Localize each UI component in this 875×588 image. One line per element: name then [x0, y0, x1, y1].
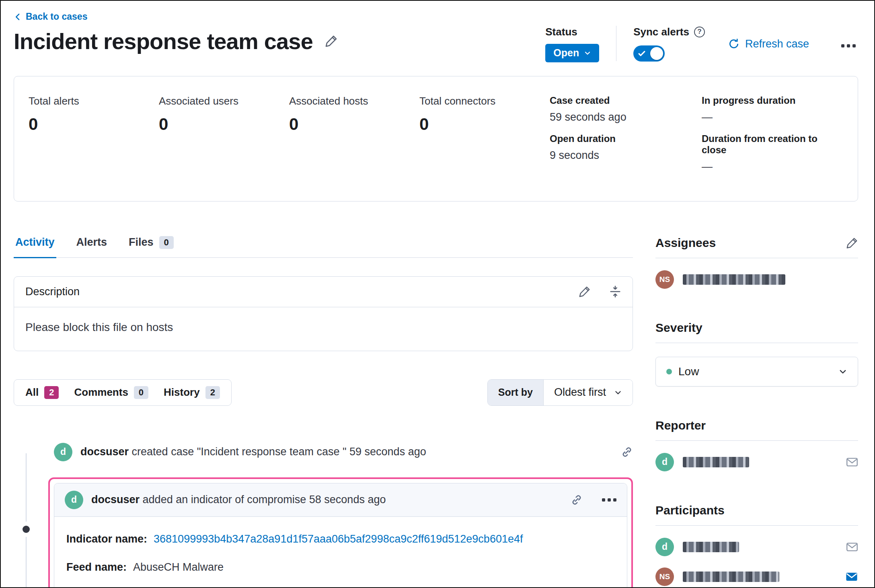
- tab-files[interactable]: Files 0: [127, 236, 175, 258]
- event-case-created: d docsuser created case "Incident respon…: [14, 437, 633, 467]
- sync-alerts-toggle[interactable]: [633, 45, 665, 62]
- filter-all[interactable]: All 2: [25, 386, 59, 399]
- close-duration-label: Duration from creation to close: [702, 133, 843, 156]
- sync-group: Sync alerts ?: [633, 26, 705, 62]
- page-title: Incident response team case: [14, 28, 313, 54]
- case-created-value: 59 seconds ago: [550, 111, 702, 123]
- collapse-description-button[interactable]: [609, 286, 621, 298]
- avatar: d: [655, 453, 674, 471]
- toggle-knob: [650, 47, 663, 60]
- tab-activity[interactable]: Activity: [14, 236, 56, 258]
- participants-title: Participants: [655, 504, 725, 517]
- indicator-details: Indicator name: 3681099993b4b347a28a91d1…: [54, 517, 627, 588]
- copy-link-button[interactable]: [571, 494, 583, 506]
- stat-associated-hosts: Associated hosts 0: [289, 95, 419, 183]
- link-icon: [621, 446, 633, 458]
- close-duration-value: —: [702, 160, 843, 173]
- edit-assignees-button[interactable]: [846, 237, 858, 249]
- description-header: Description: [14, 277, 633, 307]
- indicator-comment-panel: d docsuser added an indicator of comprom…: [54, 483, 627, 588]
- main-area: Activity Alerts Files 0 Description: [14, 236, 858, 588]
- title-wrap: Incident response team case: [14, 28, 338, 54]
- back-to-cases-link[interactable]: Back to cases: [14, 11, 87, 22]
- filter-comments[interactable]: Comments 0: [74, 386, 148, 399]
- tab-alerts[interactable]: Alerts: [75, 236, 109, 258]
- pencil-icon: [579, 286, 591, 298]
- severity-low-dot-icon: [666, 369, 672, 374]
- progress-duration-column: In progress duration — Duration from cre…: [702, 95, 843, 183]
- copy-link-button[interactable]: [621, 446, 633, 458]
- comment-actions: [571, 494, 616, 506]
- case-sidebar: Assignees NS Severity: [655, 236, 858, 588]
- envelope-icon: [846, 456, 858, 468]
- sort-order-value: Oldest first: [554, 386, 606, 399]
- activity-column: Activity Alerts Files 0 Description: [14, 236, 633, 588]
- description-actions: [579, 286, 621, 298]
- severity-select[interactable]: Low: [655, 357, 858, 387]
- case-actions-button[interactable]: [839, 40, 858, 51]
- field-label: Feed name:: [66, 560, 127, 574]
- email-participant-button[interactable]: [846, 541, 858, 553]
- avatar: d: [655, 538, 674, 556]
- assignees-title: Assignees: [655, 236, 716, 250]
- open-duration-value: 9 seconds: [550, 149, 702, 162]
- refresh-case-button[interactable]: Refresh case: [728, 38, 809, 50]
- field-value: AbuseCH Malware: [133, 560, 224, 574]
- status-label: Status: [545, 26, 599, 38]
- filter-label: Comments: [74, 386, 128, 399]
- help-icon[interactable]: ?: [694, 27, 705, 37]
- highlighted-comment: d docsuser added an indicator of comprom…: [48, 477, 633, 588]
- envelope-icon: [845, 570, 858, 583]
- refresh-label: Refresh case: [745, 38, 809, 50]
- open-duration-label: Open duration: [550, 133, 702, 144]
- stat-label: Associated hosts: [289, 95, 419, 107]
- email-reporter-button[interactable]: [846, 456, 858, 468]
- event-text: docsuser added an indicator of compromis…: [91, 493, 559, 506]
- header-divider: [616, 26, 616, 61]
- edit-description-button[interactable]: [579, 286, 591, 298]
- participants-header: Participants: [655, 504, 858, 526]
- ellipsis-icon: [841, 44, 856, 47]
- event-username: docsuser: [91, 493, 140, 506]
- reporter-section: Reporter d: [655, 419, 858, 471]
- severity-content: Low: [655, 343, 858, 387]
- stat-total-connectors: Total connectors 0: [419, 95, 550, 183]
- activity-timeline: d docsuser created case "Incident respon…: [14, 437, 633, 588]
- activity-filter-group: All 2 Comments 0 History 2: [14, 379, 232, 406]
- case-created-label: Case created: [550, 95, 702, 106]
- participant-row: d: [655, 538, 858, 556]
- pencil-icon: [325, 35, 338, 47]
- event-username: docsuser: [80, 446, 129, 458]
- ellipsis-icon: [602, 498, 616, 502]
- comments-count-badge: 0: [134, 386, 148, 399]
- back-link-label: Back to cases: [26, 11, 87, 22]
- history-count-badge: 2: [205, 386, 220, 399]
- case-metrics-panel: Total alerts 0 Associated users 0 Associ…: [14, 76, 858, 201]
- stat-value: 0: [159, 115, 289, 134]
- assignees-list: NS: [655, 258, 858, 289]
- participant-row: NS: [655, 567, 858, 586]
- avatar: d: [54, 443, 72, 461]
- filter-history[interactable]: History 2: [164, 386, 220, 399]
- chevron-down-icon: [584, 49, 591, 57]
- description-title: Description: [25, 286, 80, 298]
- severity-value: Low: [678, 365, 699, 378]
- refresh-icon: [728, 38, 739, 49]
- sync-label: Sync alerts ?: [633, 26, 705, 38]
- in-progress-value: —: [702, 111, 843, 123]
- status-dropdown-button[interactable]: Open: [545, 44, 599, 62]
- in-progress-label: In progress duration: [702, 95, 843, 106]
- tab-label: Activity: [15, 236, 55, 249]
- edit-title-button[interactable]: [325, 35, 338, 47]
- reporter-header: Reporter: [655, 419, 858, 441]
- email-participant-button[interactable]: [845, 570, 858, 583]
- stat-label: Total alerts: [29, 95, 159, 107]
- comment-actions-button[interactable]: [602, 498, 616, 502]
- redacted-name: [683, 274, 785, 285]
- participants-section: Participants d NS: [655, 504, 858, 586]
- sort-order-select[interactable]: Oldest first: [544, 380, 633, 405]
- redacted-name: [683, 457, 749, 467]
- field-label: Indicator name:: [66, 532, 147, 546]
- description-body: Please block this file on hosts: [14, 307, 633, 351]
- indicator-name-link[interactable]: 3681099993b4b347a28a91d1f57aaa06b5af2998…: [154, 532, 523, 546]
